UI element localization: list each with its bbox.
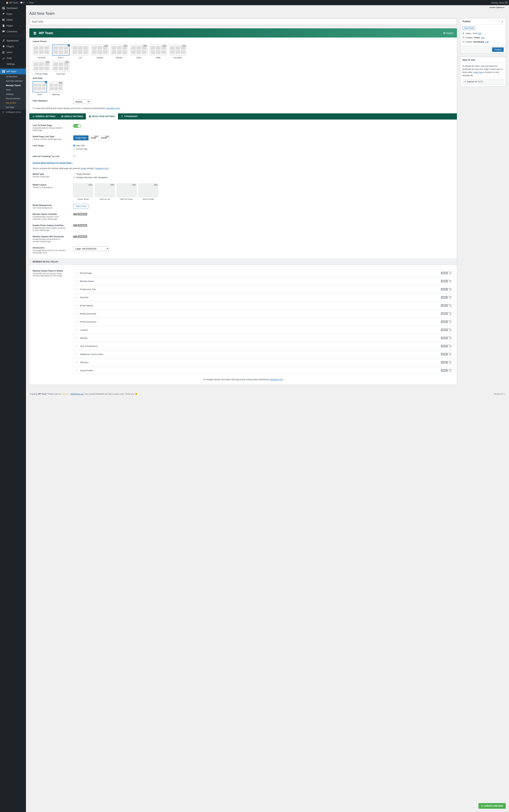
autoplay-toggle[interactable]: PRODISABLED xyxy=(73,224,454,227)
preset-grid[interactable]: ✓Grid xyxy=(52,44,70,59)
support-link[interactable]: Support xyxy=(443,32,454,34)
name-clickable-toggle[interactable]: PRODISABLED xyxy=(73,213,454,216)
edit-schedule-link[interactable]: Edit xyxy=(485,41,489,43)
preset-masonry[interactable]: PROMasonry xyxy=(49,82,63,96)
modal-type-option[interactable]: Single Member xyxy=(73,173,454,175)
box-up-icon[interactable]: ˄ xyxy=(495,20,497,23)
preset-table[interactable]: PROTable xyxy=(149,44,167,59)
dimensions-select[interactable]: Large- soft:1024x1024 xyxy=(73,247,109,251)
link-detail-toggle[interactable]: ENABLED xyxy=(73,124,81,128)
drag-icon[interactable] xyxy=(76,304,77,306)
detail-field-row[interactable]: Phone (business)SHOW xyxy=(73,318,454,325)
field-show-toggle[interactable]: SHOW xyxy=(441,353,451,356)
edit-visibility-link[interactable]: Edit xyxy=(481,36,484,39)
detail-field-row[interactable]: LocationSHOW xyxy=(73,326,454,333)
drag-icon[interactable] xyxy=(76,313,77,315)
detail-field-row[interactable]: Year of ExperienceSHOW xyxy=(73,343,454,350)
detail-field-row[interactable]: Social ProfilesSHOW xyxy=(73,367,454,374)
publish-button[interactable]: Publish xyxy=(492,47,504,52)
modal-layout-classic-modal[interactable]: PROClassic Modal xyxy=(73,184,93,200)
drag-icon[interactable] xyxy=(76,296,77,298)
menu-users[interactable]: Users xyxy=(0,50,26,55)
comments-link[interactable]: 💬 0 xyxy=(20,1,25,4)
screen-options-button[interactable]: Screen Options ▾ xyxy=(488,6,506,9)
submenu-settings[interactable]: Settings xyxy=(0,92,26,96)
detail-field-row[interactable]: WebsiteSHOW xyxy=(73,334,454,342)
link-target-new-tab[interactable]: New Tab xyxy=(73,144,454,147)
tab-detail-page-settings[interactable]: DETAIL PAGE SETTINGS xyxy=(86,113,118,120)
field-show-toggle[interactable]: SHOW xyxy=(441,288,451,291)
field-show-toggle[interactable]: SHOW xyxy=(441,369,451,372)
drag-icon[interactable] xyxy=(76,329,77,331)
save-draft-button[interactable]: Save Draft xyxy=(463,26,475,30)
drag-icon[interactable] xyxy=(76,369,77,371)
link-target-current-tab[interactable]: Current Tab xyxy=(73,148,454,150)
menu-settings[interactable]: Settings xyxy=(0,61,26,67)
preset-inline[interactable]: PROInline xyxy=(130,44,147,59)
menu-pages[interactable]: Pages xyxy=(0,23,26,29)
box-toggle-icon[interactable]: ▴ xyxy=(501,20,504,23)
wp-logo[interactable] xyxy=(1,1,4,4)
box-down-icon[interactable]: ˅ xyxy=(498,20,500,23)
field-show-toggle[interactable]: SHOW xyxy=(441,280,451,283)
menu-media[interactable]: Media xyxy=(0,17,26,23)
submenu-manage-teams[interactable]: Manage Teams xyxy=(0,83,26,88)
field-show-toggle[interactable]: SHOW xyxy=(441,272,451,274)
tab-general-settings[interactable]: GENERAL SETTINGS xyxy=(29,113,58,120)
detail-field-row[interactable]: Email AddressSHOW xyxy=(73,302,454,309)
preset-even[interactable]: ✓Even xyxy=(33,82,47,96)
collapse-menu[interactable]: Collapse menu xyxy=(0,109,26,115)
menu-plugins[interactable]: Plugins xyxy=(0,43,26,50)
menu-tools[interactable]: Tools xyxy=(0,55,26,61)
modal-layout-slide-ins-left[interactable]: PROSlide-Ins Left xyxy=(95,184,115,200)
shortcode-box[interactable]: [wpteam id="127"] xyxy=(463,79,504,85)
preset-isotope[interactable]: PROIsotope xyxy=(91,44,109,59)
drag-icon[interactable] xyxy=(76,353,77,355)
submenu-all-members[interactable]: All Members xyxy=(0,74,26,79)
menu-comments[interactable]: Comments xyxy=(0,29,26,34)
preset-mosaic[interactable]: PROMosaic xyxy=(110,44,128,59)
submenu-lite-vs-pro[interactable]: Lite vs Pro xyxy=(0,101,26,105)
drag-icon[interactable] xyxy=(76,288,77,290)
edit-status-link[interactable]: Edit xyxy=(478,32,481,35)
detail-field-row[interactable]: Mobile (personal)SHOW xyxy=(73,310,454,317)
detail-field-row[interactable]: Photo/ImageSHOW xyxy=(73,269,454,277)
link-type-modal[interactable]: ModalPRO xyxy=(89,135,99,140)
post-title-input[interactable] xyxy=(29,18,457,25)
detail-field-row[interactable]: Skill BarsSHOW xyxy=(73,359,454,366)
site-name[interactable]: 🏠 WP Team xyxy=(6,1,18,4)
preset-org-chart[interactable]: PROOrg Chart xyxy=(52,61,70,75)
wporg-link[interactable]: WordPress.org xyxy=(71,393,83,395)
pdf-toggle[interactable]: PRODISABLED xyxy=(73,235,454,238)
drag-icon[interactable] xyxy=(76,272,77,274)
detail-field-row[interactable]: Additional Custom FieldsSHOW xyxy=(73,351,454,358)
detail-field-row[interactable]: Short BioSHOW xyxy=(73,294,454,301)
field-show-toggle[interactable]: SHOW xyxy=(441,320,451,323)
preset-list[interactable]: List xyxy=(72,44,89,59)
nofollow-checkbox[interactable] xyxy=(73,155,75,157)
drag-icon[interactable] xyxy=(76,321,77,323)
field-show-toggle[interactable]: SHOW xyxy=(441,361,451,364)
menu-wp-team[interactable]: WP Team xyxy=(0,68,26,74)
tab-display-settings[interactable]: DISPLAY SETTINGS xyxy=(58,113,86,120)
upgrade-pro-link-2[interactable]: Upgrade to Pro! xyxy=(269,379,283,381)
menu-posts[interactable]: Posts xyxy=(0,11,26,17)
modal-layout-slide-ins-center[interactable]: PROSlide-Ins Center xyxy=(117,184,136,200)
preset-thumbs-pager[interactable]: PROThumbs Pager xyxy=(33,61,50,75)
drag-icon[interactable] xyxy=(76,361,77,363)
explore-more-link[interactable]: Explore More Settings For Single Page→ xyxy=(33,162,73,164)
field-show-toggle[interactable]: SHOW xyxy=(441,328,451,331)
link-type-single-page[interactable]: Single Page xyxy=(73,135,89,140)
submenu-add-new-member[interactable]: Add New Member xyxy=(0,79,26,83)
filter-members-select[interactable]: Newest xyxy=(73,100,90,104)
field-show-toggle[interactable]: SHOW xyxy=(441,296,451,299)
link-type-drawer[interactable]: DrawerPRO xyxy=(99,135,109,140)
modal-type-option[interactable]: Multiple Members with Navigation xyxy=(73,176,454,178)
menu-dashboard[interactable]: Dashboard xyxy=(0,5,26,11)
field-show-toggle[interactable]: SHOW xyxy=(441,345,451,347)
field-show-toggle[interactable]: SHOW xyxy=(441,337,451,339)
modal-layout-slide-ins-right[interactable]: PROSlide-Ins Right xyxy=(138,184,158,200)
tab-typography[interactable]: TYPOGRAPHY xyxy=(118,113,141,120)
field-show-toggle[interactable]: SHOW xyxy=(441,312,451,315)
detail-field-row[interactable]: Position/Job TitleSHOW xyxy=(73,286,454,293)
